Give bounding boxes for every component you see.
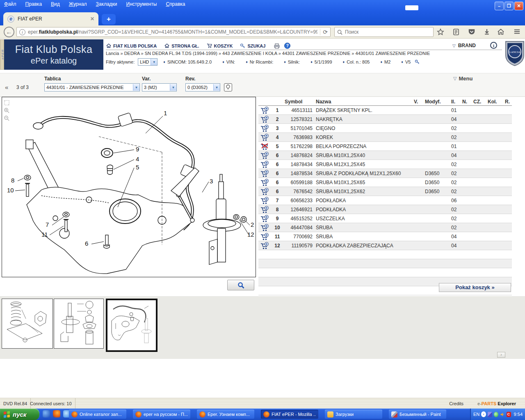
add-to-cart-icon[interactable] — [260, 179, 269, 186]
table-row[interactable]: 12 11190579 PODKŁADKA ZABEZPIECZAJĄCA 04 — [258, 241, 512, 250]
table-row[interactable]: 10 46447084 ŚRUBA 02 — [258, 223, 512, 232]
table-row[interactable]: 7 60656233 PODKŁADKA 06 — [258, 196, 512, 205]
hamburger-menu-icon[interactable] — [512, 27, 522, 37]
zoom-out-icon[interactable] — [4, 115, 10, 121]
window-restore-button[interactable]: ❐ — [504, 2, 514, 10]
new-tab-button[interactable]: + — [102, 14, 116, 25]
tablica-select[interactable]: 44301/01 - ZAWIESZENIE PRZEDNIE▼ — [44, 83, 140, 91]
reload-icon[interactable]: ⟳ — [320, 29, 328, 35]
menu-item[interactable]: Вид — [51, 1, 60, 7]
volume-tray-icon[interactable] — [500, 412, 504, 417]
table-row[interactable]: 4 7636983 KOREK 02 — [258, 133, 512, 142]
add-to-cart-icon[interactable] — [260, 134, 269, 141]
table-row[interactable]: 6 14878434 ŚRUBA M12X1,25X45 02 — [258, 160, 512, 169]
home-button-icon[interactable] — [496, 27, 506, 37]
downloads-icon[interactable] — [482, 27, 492, 37]
start-button[interactable]: пуск — [0, 409, 39, 420]
menu-item[interactable]: Правка — [25, 1, 42, 7]
add-to-cart-icon[interactable] — [260, 242, 269, 249]
tab-close-icon[interactable]: ✕ — [90, 16, 94, 22]
rev-select[interactable]: 0 (D3052)▼ — [185, 83, 220, 91]
add-to-cart-icon[interactable] — [260, 161, 269, 168]
language-indicator[interactable]: EN — [473, 412, 479, 417]
parts-diagram[interactable]: 1 9 4 5 3 8 10 7 11 6 2 12 — [2, 97, 256, 277]
network-tray-icon[interactable] — [488, 412, 492, 417]
site-nav-item[interactable]: FIAT KLUB POLSKA — [106, 43, 157, 48]
menu-item[interactable]: Инструменты — [126, 1, 157, 7]
diagram-magnifier-button[interactable] — [227, 280, 254, 290]
table-row[interactable]: 2 12578321 NAKRĘTKA 04 — [258, 115, 512, 124]
add-to-cart-icon[interactable] — [260, 215, 269, 222]
credits-link[interactable]: Credits — [449, 398, 463, 409]
info-icon[interactable]: i — [490, 42, 497, 49]
site-nav-item[interactable]: KOSZYK — [207, 43, 233, 48]
menu-dropdown[interactable]: ▽ Menu — [453, 75, 472, 82]
cart-unavailable-icon[interactable] — [260, 143, 269, 150]
add-to-cart-icon[interactable] — [260, 224, 269, 231]
add-to-cart-icon[interactable] — [260, 125, 269, 132]
taskbar-task-6[interactable]: Безымянный - Paint — [389, 410, 446, 419]
drive-select[interactable]: LHD▼ — [138, 58, 158, 66]
table-row[interactable]: 11 7700692 ŚRUBA 04 — [258, 232, 512, 241]
thumbnail-plate-2[interactable] — [54, 299, 104, 349]
menu-item[interactable]: Закладки — [96, 1, 117, 7]
browser-tab[interactable]: e FIAT ePER ✕ — [3, 12, 98, 25]
back-button[interactable]: ← — [4, 27, 14, 37]
antivirus-tray-icon[interactable]: C — [507, 412, 511, 417]
add-to-cart-icon[interactable] — [260, 107, 269, 114]
var-select[interactable]: 3 (M2)▼ — [142, 83, 177, 91]
add-to-cart-icon[interactable] — [260, 206, 269, 213]
taskbar-task-1[interactable]: Online каталог зап... — [69, 410, 126, 419]
taskbar-task-4[interactable]: FIAT ePER - Mozilla ... — [261, 410, 318, 419]
search-box[interactable] — [334, 27, 434, 37]
taskbar-task-2[interactable]: eper на русском - П... — [133, 410, 190, 419]
thumbnail-next-button[interactable]: › — [497, 352, 505, 358]
menu-item[interactable]: Справка — [166, 1, 185, 7]
add-to-cart-icon[interactable] — [260, 170, 269, 177]
taskbar-task-3[interactable]: Eper. Узнаем комп... — [197, 410, 254, 419]
table-row[interactable]: 6 14878534 ŚRUBA Z PODKŁADKĄ M12X1,25X60… — [258, 169, 512, 178]
page-info-icon[interactable]: i — [19, 29, 25, 35]
taskbar-task-5[interactable]: Загрузки — [325, 410, 382, 419]
table-row[interactable]: 6 7676542 ŚRUBA M10X1,25X62 D3650 02 — [258, 187, 512, 196]
pan-tool-icon[interactable] — [4, 100, 10, 106]
add-to-cart-icon[interactable] — [260, 188, 269, 195]
menu-item[interactable]: Журнал — [69, 1, 87, 7]
add-to-cart-icon[interactable] — [260, 197, 269, 204]
help-icon[interactable]: ? — [284, 43, 290, 49]
previous-plate-button[interactable]: « — [5, 84, 8, 91]
table-row[interactable]: 8 12646921 PODKŁADKA 02 — [258, 205, 512, 214]
add-to-cart-icon[interactable] — [260, 233, 269, 240]
print-icon[interactable] — [274, 43, 280, 49]
url-bar[interactable]: i eper.fiatklubpolska.pl/navi?SGRP_COD=1… — [16, 27, 331, 37]
hint-bulb-button[interactable] — [224, 83, 232, 91]
thumbnail-plate-1[interactable] — [2, 299, 53, 349]
desktop-icon[interactable] — [43, 410, 50, 418]
site-nav-item[interactable]: SZUKAJ — [240, 43, 265, 48]
messenger-tray-icon[interactable] — [494, 412, 498, 417]
menu-item[interactable]: Файл — [4, 1, 16, 7]
zoom-in-icon[interactable] — [4, 107, 10, 114]
table-row[interactable]: 1 46513111 DRĄŻEK SKRĘTNY KPL. 01 — [258, 106, 512, 115]
firefox-quick-icon[interactable] — [53, 410, 60, 418]
table-row[interactable]: 6 60599188 ŚRUBA M10X1,25X65 D3650 02 — [258, 178, 512, 187]
thumbnail-plate-3-selected[interactable] — [106, 299, 158, 352]
breadcrumb[interactable]: Lancia » DEDRA » SN DEDRA FL.94 T.DS (19… — [106, 51, 430, 56]
show-cart-button[interactable]: Pokaż koszyk » — [439, 283, 511, 292]
table-row[interactable]: 5 51762298 BELKA POPRZECZNA 01 — [258, 142, 512, 151]
window-close-button[interactable]: ✕ — [514, 2, 523, 10]
add-to-cart-icon[interactable] — [260, 116, 269, 123]
window-minimize-button[interactable]: – — [495, 2, 504, 10]
table-row[interactable]: 9 46515252 USZCZELKA 02 — [258, 214, 512, 223]
pocket-icon[interactable] — [467, 27, 477, 37]
table-row[interactable]: 3 51701045 CIĘGNO 02 — [258, 124, 512, 133]
key-icon[interactable] — [415, 59, 420, 65]
search-input[interactable] — [345, 29, 419, 35]
brand-dropdown[interactable]: ▽ BRAND — [452, 43, 476, 48]
table-row[interactable]: 6 14876824 ŚRUBA M10X1,25X40 04 — [258, 151, 512, 160]
add-to-cart-icon[interactable] — [260, 152, 269, 159]
bookmark-star-icon[interactable] — [436, 27, 445, 37]
site-nav-item[interactable]: STRONA GŁ. — [164, 43, 199, 48]
tray-collapse-icon[interactable]: ‹ — [481, 411, 486, 417]
bookmarks-sidebar-icon[interactable] — [451, 27, 461, 37]
